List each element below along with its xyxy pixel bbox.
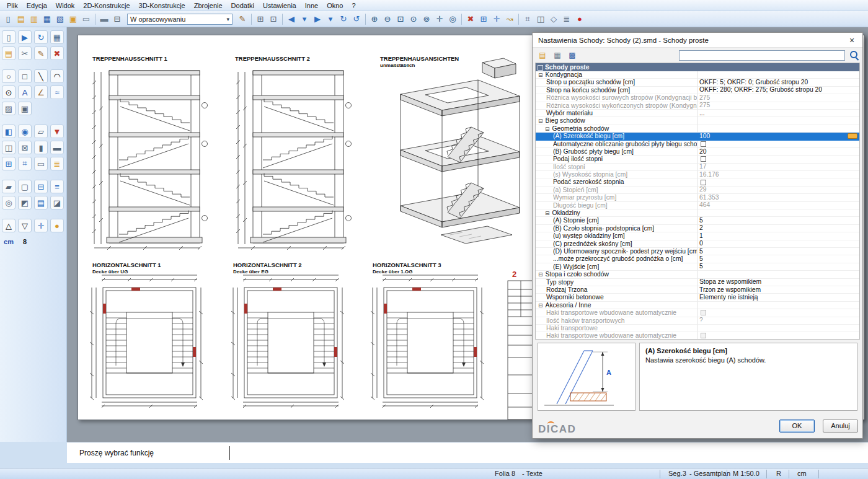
menu-item[interactable]: Okno [322, 1, 347, 10]
property-value-widget[interactable] [701, 333, 706, 338]
toolbar-icon[interactable] [365, 14, 366, 25]
property-row[interactable]: Akcesoria / Inne [536, 302, 859, 309]
property-value[interactable]: 20 [698, 148, 859, 156]
text-tool-icon[interactable]: A [18, 86, 32, 99]
property-row[interactable]: Strop u początku schodów [cm] OKFF: 5; O… [536, 79, 859, 86]
redo-list-icon[interactable]: ▾ [324, 13, 337, 25]
property-table-header[interactable]: Schody proste [536, 63, 859, 71]
property-value[interactable] [698, 156, 859, 163]
measure-icon[interactable]: ◫ [534, 13, 547, 25]
copy-icon[interactable]: ▤ [2, 46, 16, 60]
statusbar-folia[interactable]: Folia 8 [495, 470, 515, 478]
page-icon[interactable]: ▯ [2, 30, 16, 44]
stamp-tool-icon[interactable]: ⊠ [18, 141, 32, 154]
property-value-widget[interactable] [701, 156, 706, 162]
menu-item[interactable]: Ustawienia [259, 1, 301, 10]
menu-item[interactable]: ? [347, 1, 360, 10]
menu-item[interactable]: Edycja [22, 1, 51, 10]
property-value[interactable]: 16.176 [698, 171, 859, 178]
angle-tool-icon[interactable]: ∠ [34, 86, 48, 99]
save-copy-icon[interactable]: ▧ [54, 13, 66, 25]
property-row[interactable]: (A) Stopnie [cm] 5 [536, 217, 859, 224]
tool-icon[interactable] [2, 173, 64, 177]
open-drawing-icon[interactable]: ▤ [15, 13, 27, 25]
zoom-in-icon[interactable]: ⊕ [368, 13, 381, 25]
cancel-button[interactable]: Anuluj [823, 420, 858, 433]
rectangle-tool-icon[interactable]: □ [18, 69, 32, 83]
slab-tool-icon[interactable]: ▭ [34, 157, 48, 170]
property-value[interactable] [698, 141, 859, 148]
property-value-widget[interactable] [701, 180, 706, 185]
zoom-scale-icon[interactable]: ◎ [446, 13, 459, 25]
property-row[interactable]: Rodzaj Trzona Trzon ze wspomikiem [536, 286, 859, 294]
property-value[interactable]: Trzon ze wspomikiem [698, 286, 859, 294]
property-row[interactable]: Kondygnacja [536, 71, 859, 79]
property-row[interactable]: (C) przednóżek skośny [cm] 0 [536, 240, 859, 248]
image-tool-icon[interactable]: ▣ [18, 102, 32, 115]
menu-item[interactable]: Zbrojenie [190, 1, 227, 10]
property-row[interactable]: Różnica wysokości surowych stropów (Kond… [536, 94, 859, 102]
statusbar-segment[interactable]: Seg.3 [668, 470, 686, 478]
menu-item[interactable]: Inne [301, 1, 322, 10]
dialog-title-bar[interactable]: Nastawienia Schody: Schody (2).smd - Sch… [533, 33, 862, 48]
circle-tool-icon[interactable]: ○ [2, 69, 16, 83]
property-row[interactable]: Strop na końcu schodów [cm] OKFF: 280; O… [536, 87, 859, 94]
menu-item[interactable]: 3D-Konstrukcje [135, 1, 190, 10]
property-value[interactable]: OKFF: 5; OKRF: 0; Grubość stropu 20 [698, 79, 859, 86]
page-layout-icon[interactable]: ▬ [98, 13, 110, 25]
property-row[interactable]: (B) Grubość płyty biegu [cm] 20 [536, 148, 859, 156]
statusbar-raster[interactable]: R [776, 470, 781, 478]
property-row[interactable]: Okładziny [536, 209, 859, 217]
property-row[interactable]: ...może przekroczyć grubość podnóżka o [… [536, 255, 859, 263]
settings-catalog-icon[interactable]: ▦ [551, 50, 564, 61]
property-value[interactable]: ... [698, 110, 859, 117]
opening-tool-icon[interactable]: ▢ [18, 180, 32, 193]
settings-open-icon[interactable]: ▤ [536, 50, 549, 61]
property-value-widget[interactable] [701, 141, 706, 147]
property-value[interactable] [698, 302, 859, 309]
manage-drawings-icon[interactable]: ▣ [67, 13, 79, 25]
cut-icon[interactable]: ✂ [18, 46, 32, 60]
property-value[interactable]: 0 [698, 240, 859, 248]
wall-tool-icon[interactable]: ▰ [2, 180, 16, 193]
hatch-tool-icon[interactable]: ▨ [2, 102, 16, 115]
menu-item[interactable]: 2D-Konstrukcje [79, 1, 134, 10]
property-value[interactable]: 5 [698, 217, 859, 224]
property-value[interactable] [698, 71, 859, 79]
layers-tool-icon[interactable]: ▤ [34, 196, 48, 209]
property-row[interactable]: Długość biegu [cm] 464 [536, 202, 859, 209]
refresh-view-icon[interactable]: ↻ [34, 30, 48, 44]
target-tool-icon[interactable]: ◎ [2, 196, 16, 209]
property-row[interactable]: (E) Wyjście [cm] 5 [536, 263, 859, 271]
refresh-icon[interactable]: ↻ [337, 13, 350, 25]
plot-icon[interactable]: ⊟ [111, 13, 123, 25]
property-value[interactable]: 61.353 [698, 194, 859, 201]
property-value-widget[interactable] [701, 310, 706, 315]
menu-item[interactable]: Dodatki [227, 1, 259, 10]
print-preview-icon[interactable]: ⊡ [267, 13, 280, 25]
property-row[interactable]: Automatyczne obliczanie grubości płyty b… [536, 141, 859, 148]
tool-icon[interactable] [2, 118, 64, 122]
zoom-window-icon[interactable]: ⊡ [394, 13, 407, 25]
save-icon[interactable]: ▦ [41, 13, 53, 25]
property-row[interactable]: Wymiar przyrostu [cm] 61.353 [536, 194, 859, 201]
line-tool-icon[interactable]: ╲ [34, 69, 48, 83]
property-value[interactable]: 17 [698, 164, 859, 171]
pen-width-label[interactable]: 8 [18, 235, 32, 248]
property-value[interactable] [698, 125, 859, 133]
sphere-tool-icon[interactable]: ● [50, 219, 64, 232]
open-project-icon[interactable]: ▥ [28, 13, 40, 25]
property-row[interactable]: (a) Stopień [cm] 29 [536, 187, 859, 194]
clip-tool-icon[interactable]: ▱ [34, 125, 48, 138]
phase-dropdown[interactable]: W opracowywaniu ▾ [127, 14, 232, 25]
new-drawing-icon[interactable]: ▯ [2, 13, 14, 25]
statusbar-scale[interactable]: M 1:50.0 [733, 470, 760, 478]
dialog-search-input[interactable] [679, 50, 845, 61]
tool-icon[interactable] [2, 212, 64, 216]
zoom-extents-icon[interactable]: ⊙ [407, 13, 420, 25]
play-icon[interactable]: ▶ [18, 30, 32, 44]
property-value[interactable]: 5 [698, 255, 859, 263]
property-row[interactable]: Haki transportowe wbudowane automatyczni… [536, 309, 859, 317]
erase-icon[interactable]: ✖ [50, 46, 64, 60]
undo-list-icon[interactable]: ▾ [298, 13, 311, 25]
